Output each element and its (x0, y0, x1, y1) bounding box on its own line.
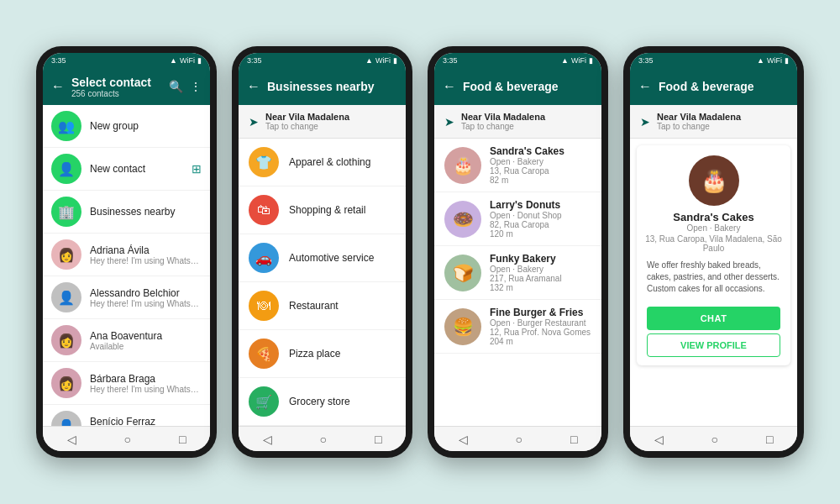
list-item[interactable]: 🛍 Shopping & retail (239, 186, 406, 234)
biz-dist: 120 m (490, 229, 591, 239)
business-detail-container: 🎂 Sandra's Cakes Open · Bakery 13, Rua C… (630, 139, 797, 426)
home-nav[interactable]: ○ (124, 433, 131, 446)
category-icon: 🛍 (249, 195, 279, 225)
recents-nav[interactable]: □ (570, 433, 577, 446)
biz-name: Funky Bakery (490, 253, 591, 265)
header-title-2: Businesses nearby (267, 80, 397, 93)
avatar: 👩 (51, 239, 81, 270)
biz-dist: 82 m (490, 176, 591, 185)
contact-msg: Hey there! I'm using WhatsApp. (90, 385, 202, 394)
location-bar-4[interactable]: ➤ Near Vila Madalena Tap to change (630, 105, 797, 139)
list-item[interactable]: 🍔 Fine Burger & Fries Open · Burger Rest… (434, 300, 601, 354)
category-label: Automotive service (289, 252, 374, 264)
more-icon-1[interactable]: ⋮ (190, 80, 202, 93)
category-icon: 🍽 (249, 291, 279, 321)
list-item[interactable]: 👩 Ana Boaventura Available (43, 319, 210, 362)
status-bar-3: 3:35 ▲WiFi▮ (434, 53, 601, 68)
back-button-4[interactable]: ← (638, 79, 652, 94)
list-item[interactable]: 🍞 Funky Bakery Open · Bakery 217, Rua Ar… (434, 246, 601, 300)
phone-3: 3:35 ▲WiFi▮ ← Food & beverage ➤ Near Vil… (428, 46, 608, 458)
contact-name: Benício Ferraz (90, 416, 202, 427)
search-icon-1[interactable]: 🔍 (169, 80, 183, 93)
biz-detail: Open · Bakery (490, 157, 591, 166)
list-item[interactable]: 👥 New group (43, 105, 210, 148)
list-item[interactable]: 👩 Adriana Ávila Hey there! I'm using Wha… (43, 234, 210, 276)
location-name-2: Near Vila Madalena (265, 112, 349, 122)
back-button-2[interactable]: ← (247, 79, 260, 94)
business-card-description: We offer freshly baked breads, cakes, pa… (637, 260, 790, 303)
avatar: 👤 (51, 154, 81, 184)
contact-name: Adriana Ávila (90, 244, 202, 256)
contact-msg: Available (90, 342, 202, 351)
list-item[interactable]: 👩 Bárbara Braga Hey there! I'm using Wha… (43, 362, 210, 405)
phone-1: 3:35 ▲ WiFi ▮ ← Select contact 256 conta… (36, 46, 217, 458)
category-icon: 👕 (249, 147, 279, 177)
biz-addr: 217, Rua Aramanal (490, 274, 591, 283)
business-card-name: Sandra's Cakes (637, 211, 790, 223)
location-icon: ➤ (444, 115, 454, 129)
category-label: Shopping & retail (289, 204, 365, 216)
biz-dist: 132 m (490, 283, 591, 292)
list-item[interactable]: 👤 New contact ⊞ (43, 148, 210, 191)
chat-button[interactable]: CHAT (647, 307, 780, 330)
location-sub-2: Tap to change (265, 122, 349, 131)
business-card-address: 13, Rua Caropa, Vila Madalena, São Paulo (637, 234, 790, 253)
app-header-1: ← Select contact 256 contacts 🔍 ⋮ (43, 68, 210, 105)
phone-2: 3:35 ▲WiFi▮ ← Businesses nearby ➤ Near V… (232, 46, 412, 458)
category-icon: 🚗 (249, 243, 279, 273)
contact-list-container: 👥 New group 👤 New contact ⊞ 🏢 (43, 105, 210, 426)
biz-detail: Open · Burger Restaurant (490, 318, 591, 328)
list-item[interactable]: 🚗 Automotive service (239, 234, 406, 282)
status-icons-1: ▲ WiFi ▮ (170, 56, 202, 65)
contact-name: Alessandro Belchior (90, 287, 202, 299)
biz-detail: Open · Bakery (490, 265, 591, 274)
list-item[interactable]: 👤 Benício Ferraz Disponível (43, 405, 210, 426)
location-name-4: Near Vila Madalena (657, 112, 741, 122)
business-card-status: Open · Bakery (637, 223, 790, 233)
location-bar-2[interactable]: ➤ Near Vila Madalena Tap to change (239, 105, 406, 139)
list-item[interactable]: 🏢 Businesses nearby (43, 191, 210, 234)
list-item[interactable]: 👤 Alessandro Belchior Hey there! I'm usi… (43, 276, 210, 319)
location-bar-3[interactable]: ➤ Near Vila Madalena Tap to change (434, 105, 601, 139)
biz-name: Sandra's Cakes (490, 145, 591, 157)
back-button-3[interactable]: ← (443, 79, 456, 94)
location-name-3: Near Vila Madalena (461, 112, 545, 122)
biz-name: Fine Burger & Fries (490, 307, 591, 318)
list-item[interactable]: 🎂 Sandra's Cakes Open · Bakery 13, Rua C… (434, 139, 601, 192)
back-nav[interactable]: ◁ (459, 433, 468, 446)
list-item[interactable]: 👕 Apparel & clothing (239, 139, 406, 186)
back-button-1[interactable]: ← (51, 79, 65, 94)
avatar: 👤 (51, 282, 81, 312)
recents-nav[interactable]: □ (375, 433, 381, 446)
recents-nav[interactable]: □ (766, 433, 773, 446)
status-bar-2: 3:35 ▲WiFi▮ (239, 53, 406, 68)
back-nav[interactable]: ◁ (654, 433, 664, 446)
biz-addr: 82, Rua Caropa (490, 220, 591, 229)
list-item[interactable]: 🍽 Restaurant (239, 282, 406, 330)
contact-name: New contact (90, 163, 183, 175)
category-icon: 🛒 (249, 386, 279, 417)
home-nav[interactable]: ○ (516, 433, 522, 446)
status-bar-4: 3:35 ▲WiFi▮ (630, 53, 797, 68)
header-title-4: Food & beverage (659, 80, 789, 93)
business-thumb: 🍔 (444, 308, 481, 345)
nav-bar-2: ◁ ○ □ (239, 426, 406, 451)
list-item[interactable]: 🍩 Larry's Donuts Open · Donut Shop 82, R… (434, 192, 601, 246)
back-nav[interactable]: ◁ (263, 433, 272, 446)
app-header-3: ← Food & beverage (434, 68, 601, 105)
list-item[interactable]: 🍕 Pizza place (239, 330, 406, 378)
back-nav[interactable]: ◁ (67, 433, 76, 446)
business-image: 🎂 (689, 155, 739, 206)
status-bar-1: 3:35 ▲ WiFi ▮ (43, 53, 210, 68)
time-3: 3:35 (443, 56, 458, 65)
app-header-4: ← Food & beverage (630, 68, 797, 105)
list-item[interactable]: 🛒 Grocery store (239, 378, 406, 426)
view-profile-button[interactable]: VIEW PROFILE (647, 333, 780, 357)
home-nav[interactable]: ○ (711, 433, 718, 446)
biz-name: Larry's Donuts (490, 199, 591, 211)
avatar: 👤 (51, 411, 81, 426)
recents-nav[interactable]: □ (179, 433, 186, 446)
nav-bar-3: ◁ ○ □ (434, 426, 601, 451)
contact-name: Ana Boaventura (90, 330, 202, 342)
home-nav[interactable]: ○ (320, 433, 327, 446)
